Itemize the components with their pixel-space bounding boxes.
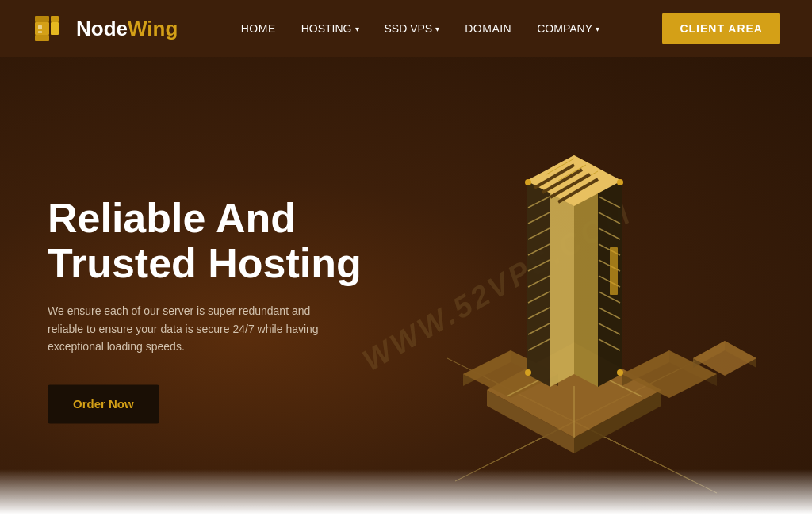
svg-point-64 xyxy=(525,179,531,185)
logo-icon xyxy=(32,10,70,48)
nav-link-home[interactable]: HOME xyxy=(241,22,276,35)
svg-rect-5 xyxy=(38,25,42,29)
hosting-dropdown-arrow: ▾ xyxy=(355,25,359,33)
nav-links: HOME HOSTING ▾ SSD VPS ▾ DOMAIN COMPANY … xyxy=(241,21,599,36)
logo-text: NodeWing xyxy=(76,17,178,41)
svg-point-65 xyxy=(617,179,623,185)
ssdvps-dropdown-arrow: ▾ xyxy=(435,25,439,33)
hero-section: WWW.52VPS.COM Reliable And Trusted Hosti… xyxy=(0,57,812,516)
hero-description: We ensure each of our server is super re… xyxy=(48,303,349,356)
nav-item-company[interactable]: COMPANY ▾ xyxy=(537,22,599,35)
svg-rect-1 xyxy=(35,16,49,22)
svg-point-67 xyxy=(617,369,623,376)
client-area-button[interactable]: CLIENT AREA xyxy=(662,13,780,44)
nav-dropdown-ssdvps[interactable]: SSD VPS ▾ xyxy=(385,22,440,35)
logo[interactable]: NodeWing xyxy=(32,10,178,48)
nav-link-domain[interactable]: DOMAIN xyxy=(465,22,511,35)
svg-rect-4 xyxy=(51,16,59,22)
company-dropdown-arrow: ▾ xyxy=(596,25,599,33)
svg-rect-6 xyxy=(38,31,42,33)
nav-item-domain[interactable]: DOMAIN xyxy=(465,21,511,36)
svg-rect-3 xyxy=(51,22,59,35)
hero-content: Reliable And Trusted Hosting We ensure e… xyxy=(48,196,362,423)
nav-dropdown-hosting[interactable]: HOSTING ▾ xyxy=(301,22,359,35)
order-now-button[interactable]: Order Now xyxy=(48,384,159,423)
svg-rect-68 xyxy=(610,247,618,295)
bottom-fade xyxy=(0,469,812,516)
nav-item-ssdvps[interactable]: SSD VPS ▾ xyxy=(385,22,440,35)
hero-title: Reliable And Trusted Hosting xyxy=(48,196,362,286)
svg-rect-2 xyxy=(35,35,49,41)
nav-item-home[interactable]: HOME xyxy=(241,21,276,36)
svg-point-66 xyxy=(525,369,531,376)
nav-item-hosting[interactable]: HOSTING ▾ xyxy=(301,22,359,35)
server-illustration xyxy=(368,89,780,501)
navbar: NodeWing HOME HOSTING ▾ SSD VPS ▾ DOMAIN… xyxy=(0,0,812,57)
nav-dropdown-company[interactable]: COMPANY ▾ xyxy=(537,22,599,35)
